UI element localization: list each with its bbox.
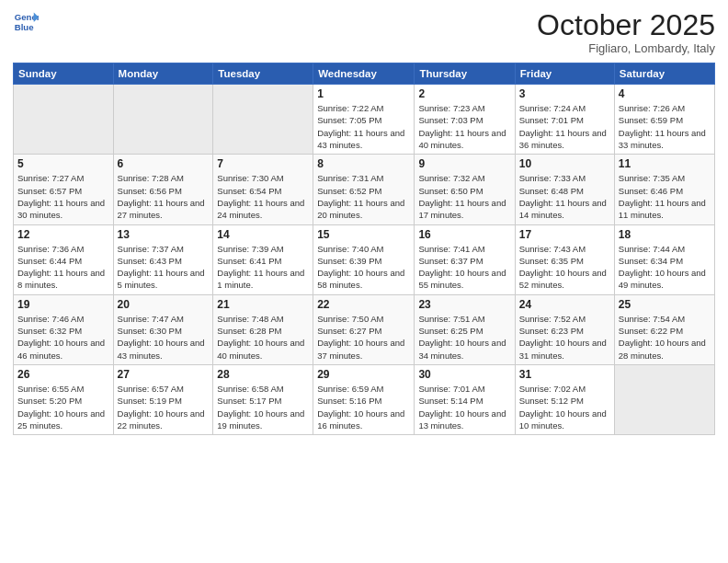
day-info: Sunrise: 7:24 AM Sunset: 7:01 PM Dayligh… — [519, 102, 610, 151]
day-info: Sunrise: 7:28 AM Sunset: 6:56 PM Dayligh… — [118, 172, 210, 221]
day-number: 28 — [217, 368, 309, 381]
calendar-cell — [113, 85, 213, 155]
day-number: 4 — [619, 87, 711, 100]
week-row-4: 19Sunrise: 7:46 AM Sunset: 6:32 PM Dayli… — [14, 294, 715, 364]
calendar-cell: 13Sunrise: 7:37 AM Sunset: 6:43 PM Dayli… — [113, 224, 213, 294]
calendar-cell: 21Sunrise: 7:48 AM Sunset: 6:28 PM Dayli… — [213, 294, 313, 364]
day-info: Sunrise: 7:41 AM Sunset: 6:37 PM Dayligh… — [418, 243, 510, 292]
calendar-cell: 16Sunrise: 7:41 AM Sunset: 6:37 PM Dayli… — [415, 224, 515, 294]
day-info: Sunrise: 6:58 AM Sunset: 5:17 PM Dayligh… — [217, 383, 309, 431]
calendar-cell: 7Sunrise: 7:30 AM Sunset: 6:54 PM Daylig… — [213, 155, 313, 224]
weekday-header-row: SundayMondayTuesdayWednesdayThursdayFrid… — [14, 63, 715, 85]
calendar-cell — [14, 85, 114, 155]
calendar-cell: 20Sunrise: 7:47 AM Sunset: 6:30 PM Dayli… — [113, 294, 213, 364]
calendar-cell: 8Sunrise: 7:31 AM Sunset: 6:52 PM Daylig… — [313, 155, 415, 224]
day-number: 14 — [217, 228, 309, 241]
day-info: Sunrise: 7:39 AM Sunset: 6:41 PM Dayligh… — [217, 243, 309, 292]
day-info: Sunrise: 7:30 AM Sunset: 6:54 PM Dayligh… — [217, 172, 309, 221]
day-number: 17 — [519, 228, 610, 241]
day-info: Sunrise: 7:23 AM Sunset: 7:03 PM Dayligh… — [418, 102, 510, 151]
day-info: Sunrise: 7:54 AM Sunset: 6:22 PM Dayligh… — [619, 313, 711, 362]
svg-text:Blue: Blue — [15, 22, 34, 32]
day-info: Sunrise: 7:01 AM Sunset: 5:14 PM Dayligh… — [418, 383, 510, 431]
day-number: 9 — [418, 157, 510, 170]
day-number: 15 — [317, 228, 410, 241]
page: General Blue October 2025 Figliaro, Lomb… — [0, 0, 728, 563]
location: Figliaro, Lombardy, Italy — [537, 41, 715, 55]
week-row-5: 26Sunrise: 6:55 AM Sunset: 5:20 PM Dayli… — [14, 364, 715, 434]
week-row-1: 1Sunrise: 7:22 AM Sunset: 7:05 PM Daylig… — [14, 85, 715, 155]
day-info: Sunrise: 7:51 AM Sunset: 6:25 PM Dayligh… — [418, 313, 510, 362]
weekday-header-sunday: Sunday — [14, 63, 114, 85]
calendar-cell: 18Sunrise: 7:44 AM Sunset: 6:34 PM Dayli… — [614, 224, 714, 294]
calendar-cell: 6Sunrise: 7:28 AM Sunset: 6:56 PM Daylig… — [113, 155, 213, 224]
day-number: 23 — [418, 298, 510, 311]
calendar-cell: 4Sunrise: 7:26 AM Sunset: 6:59 PM Daylig… — [614, 85, 714, 155]
day-number: 29 — [317, 368, 410, 381]
day-info: Sunrise: 7:02 AM Sunset: 5:12 PM Dayligh… — [519, 383, 610, 431]
day-info: Sunrise: 7:52 AM Sunset: 6:23 PM Dayligh… — [519, 313, 610, 362]
day-number: 27 — [118, 368, 210, 381]
day-info: Sunrise: 7:22 AM Sunset: 7:05 PM Dayligh… — [317, 102, 410, 151]
calendar-cell — [213, 85, 313, 155]
day-number: 12 — [17, 228, 109, 241]
calendar-cell: 11Sunrise: 7:35 AM Sunset: 6:46 PM Dayli… — [614, 155, 714, 224]
day-number: 18 — [619, 228, 711, 241]
day-number: 6 — [118, 157, 210, 170]
calendar-cell: 15Sunrise: 7:40 AM Sunset: 6:39 PM Dayli… — [313, 224, 415, 294]
calendar-cell: 2Sunrise: 7:23 AM Sunset: 7:03 PM Daylig… — [415, 85, 515, 155]
day-number: 30 — [418, 368, 510, 381]
calendar-cell: 17Sunrise: 7:43 AM Sunset: 6:35 PM Dayli… — [515, 224, 614, 294]
day-info: Sunrise: 7:48 AM Sunset: 6:28 PM Dayligh… — [217, 313, 309, 362]
day-info: Sunrise: 7:50 AM Sunset: 6:27 PM Dayligh… — [317, 313, 410, 362]
day-number: 25 — [619, 298, 711, 311]
day-number: 20 — [118, 298, 210, 311]
day-info: Sunrise: 7:31 AM Sunset: 6:52 PM Dayligh… — [317, 172, 410, 221]
day-info: Sunrise: 6:59 AM Sunset: 5:16 PM Dayligh… — [317, 383, 410, 431]
day-number: 7 — [217, 157, 309, 170]
day-info: Sunrise: 7:32 AM Sunset: 6:50 PM Dayligh… — [418, 172, 510, 221]
calendar-cell: 9Sunrise: 7:32 AM Sunset: 6:50 PM Daylig… — [415, 155, 515, 224]
calendar-cell: 12Sunrise: 7:36 AM Sunset: 6:44 PM Dayli… — [14, 224, 114, 294]
calendar-cell: 31Sunrise: 7:02 AM Sunset: 5:12 PM Dayli… — [515, 364, 614, 434]
week-row-3: 12Sunrise: 7:36 AM Sunset: 6:44 PM Dayli… — [14, 224, 715, 294]
header: General Blue October 2025 Figliaro, Lomb… — [13, 9, 715, 55]
calendar-cell — [614, 364, 714, 434]
day-number: 13 — [118, 228, 210, 241]
day-number: 2 — [418, 87, 510, 100]
weekday-header-saturday: Saturday — [614, 63, 714, 85]
day-info: Sunrise: 7:35 AM Sunset: 6:46 PM Dayligh… — [619, 172, 711, 221]
calendar-cell: 10Sunrise: 7:33 AM Sunset: 6:48 PM Dayli… — [515, 155, 614, 224]
day-number: 10 — [519, 157, 610, 170]
calendar-cell: 19Sunrise: 7:46 AM Sunset: 6:32 PM Dayli… — [14, 294, 114, 364]
calendar-cell: 3Sunrise: 7:24 AM Sunset: 7:01 PM Daylig… — [515, 85, 614, 155]
calendar-cell: 26Sunrise: 6:55 AM Sunset: 5:20 PM Dayli… — [14, 364, 114, 434]
calendar-cell: 22Sunrise: 7:50 AM Sunset: 6:27 PM Dayli… — [313, 294, 415, 364]
day-number: 5 — [17, 157, 109, 170]
day-info: Sunrise: 7:47 AM Sunset: 6:30 PM Dayligh… — [118, 313, 210, 362]
week-row-2: 5Sunrise: 7:27 AM Sunset: 6:57 PM Daylig… — [14, 155, 715, 224]
calendar-cell: 24Sunrise: 7:52 AM Sunset: 6:23 PM Dayli… — [515, 294, 614, 364]
day-number: 3 — [519, 87, 610, 100]
calendar-cell: 5Sunrise: 7:27 AM Sunset: 6:57 PM Daylig… — [14, 155, 114, 224]
logo-icon: General Blue — [13, 9, 39, 35]
day-info: Sunrise: 7:43 AM Sunset: 6:35 PM Dayligh… — [519, 243, 610, 292]
day-info: Sunrise: 6:57 AM Sunset: 5:19 PM Dayligh… — [118, 383, 210, 431]
day-number: 24 — [519, 298, 610, 311]
calendar: SundayMondayTuesdayWednesdayThursdayFrid… — [13, 63, 715, 435]
day-number: 8 — [317, 157, 410, 170]
day-info: Sunrise: 7:33 AM Sunset: 6:48 PM Dayligh… — [519, 172, 610, 221]
weekday-header-friday: Friday — [515, 63, 614, 85]
weekday-header-monday: Monday — [113, 63, 213, 85]
title-block: October 2025 Figliaro, Lombardy, Italy — [537, 9, 715, 55]
month-title: October 2025 — [537, 9, 715, 41]
weekday-header-tuesday: Tuesday — [213, 63, 313, 85]
day-info: Sunrise: 7:27 AM Sunset: 6:57 PM Dayligh… — [17, 172, 109, 221]
calendar-cell: 30Sunrise: 7:01 AM Sunset: 5:14 PM Dayli… — [415, 364, 515, 434]
day-number: 1 — [317, 87, 410, 100]
calendar-cell: 25Sunrise: 7:54 AM Sunset: 6:22 PM Dayli… — [614, 294, 714, 364]
day-info: Sunrise: 7:44 AM Sunset: 6:34 PM Dayligh… — [619, 243, 711, 292]
calendar-cell: 27Sunrise: 6:57 AM Sunset: 5:19 PM Dayli… — [113, 364, 213, 434]
calendar-cell: 14Sunrise: 7:39 AM Sunset: 6:41 PM Dayli… — [213, 224, 313, 294]
calendar-cell: 1Sunrise: 7:22 AM Sunset: 7:05 PM Daylig… — [313, 85, 415, 155]
